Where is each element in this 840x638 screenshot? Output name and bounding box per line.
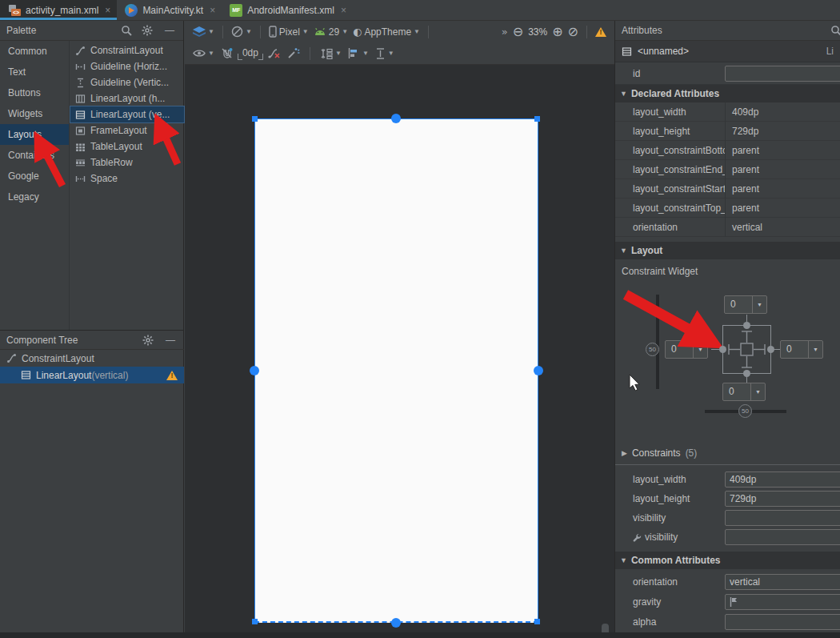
attr-row[interactable]: layout_constraintStart_parent [615,179,840,199]
constraint-anchor-bottom[interactable] [743,370,750,377]
visibility-input[interactable] [725,510,840,526]
tree-item-linearlayout-vertical[interactable]: LinearLayout(vertical) ! [0,367,184,383]
category-containers[interactable]: Containers [0,145,69,166]
more-actions-icon[interactable]: » [502,26,508,38]
alpha-input[interactable] [725,614,840,630]
handle-bottom-left[interactable] [252,619,258,624]
search-icon[interactable] [830,25,840,36]
id-input[interactable] [725,66,840,82]
vertical-bias-slider[interactable] [656,295,659,389]
orientation-icon [231,26,243,38]
tab-mainactivity-kt[interactable]: MainActivity.kt × [117,0,222,20]
align-button[interactable]: ▼ [348,48,369,58]
view-options-button[interactable]: ▼ [193,49,214,58]
layout-height-input[interactable]: 729dp [725,491,840,507]
design-surface: ▼ ▼ Pixel ▼ 29 ▼ ◐ AppTheme ▼ [185,21,614,638]
orientation-input[interactable]: vertical [725,574,840,590]
palette-item-tablerow[interactable]: TableRow [70,154,184,171]
zoom-in-icon[interactable]: ⊕ [552,24,562,39]
tablelayout-icon [75,142,86,152]
api-level-button[interactable]: 29 ▼ [314,26,348,38]
tab-androidmanifest-xml[interactable]: MF AndroidManifest.xml × [222,0,353,20]
close-icon[interactable]: × [105,5,110,16]
margin-right-combo[interactable]: 0▼ [780,340,823,359]
gear-icon[interactable] [142,25,156,36]
handle-top-left[interactable] [252,116,258,122]
framelayout-icon [75,126,86,136]
attr-row[interactable]: layout_width409dp [615,102,840,122]
palette-item-framelayout[interactable]: FrameLayout [70,122,184,138]
attr-row[interactable]: layout_height729dp [615,122,840,141]
issues-warning-icon[interactable]: ! [595,27,606,37]
attr-row[interactable]: orientationvertical [615,218,840,237]
gravity-input[interactable] [725,594,840,610]
clear-constraints-button[interactable] [268,47,281,59]
palette-item-linearlayout-horizontal[interactable]: LinearLayout (h... [70,90,184,106]
category-google[interactable]: Google [0,166,69,187]
tree-item-constraintlayout[interactable]: ConstraintLayout [0,350,184,367]
close-icon[interactable]: × [210,5,215,16]
design-canvas[interactable] [185,65,614,638]
vertical-bias-value[interactable]: 50 [646,343,659,356]
component-tree-panel: Component Tree — ConstraintLayout Linear… [0,330,184,383]
anchor-left[interactable] [250,366,259,375]
margin-left-combo[interactable]: 0▼ [665,340,708,359]
anchor-bottom[interactable] [391,618,401,628]
attr-row[interactable]: layout_constraintBottoparent [615,141,840,160]
layout-section[interactable]: ▼ Layout [615,242,840,259]
anchor-top[interactable] [391,114,401,123]
layout-width-row: layout_width 409dp [615,470,840,489]
pack-button[interactable]: ▼ [320,48,342,59]
autoconnect-off-button[interactable] [221,47,233,59]
category-buttons[interactable]: Buttons [0,82,69,103]
zoom-to-fit-icon[interactable]: ⊘ [568,24,578,39]
attr-row[interactable]: layout_constraintEnd_tparent [615,160,840,179]
common-attributes-section[interactable]: ▼ Common Attributes [615,552,840,569]
palette-item-constraintlayout[interactable]: ConstraintLayout [70,42,184,58]
palette-body: Common Text Buttons Widgets Layouts Cont… [0,41,184,330]
palette-item-linearlayout-vertical[interactable]: LinearLayout (ve... [70,106,184,122]
handle-bottom-right[interactable] [534,619,540,624]
margin-bottom-combo[interactable]: 0▼ [722,383,766,401]
palette-item-tablelayout[interactable]: TableLayout [70,138,184,154]
palette-item-guideline-vertical[interactable]: Guideline (Vertic... [70,74,184,90]
margin-top-combo[interactable]: 0▼ [724,295,767,314]
category-text[interactable]: Text [0,62,69,82]
device-button[interactable]: Pixel ▼ [269,26,309,38]
tab-activity-main-xml[interactable]: <> activity_main.xml × [0,0,117,20]
zoom-out-icon[interactable]: ⊖ [513,24,523,39]
palette-item-guideline-horizontal[interactable]: Guideline (Horiz... [70,58,184,74]
pack-icon [320,48,333,59]
handle-top-right[interactable] [534,116,540,122]
search-icon[interactable] [121,25,135,36]
artboard-linearlayout[interactable] [254,118,538,623]
default-margin-button[interactable]: 0dp [239,46,262,60]
constraint-anchor-right[interactable] [767,346,774,353]
close-icon[interactable]: × [341,5,346,16]
category-common[interactable]: Common [0,41,69,62]
design-mode-button[interactable]: ▼ [193,26,214,38]
horizontal-bias-value[interactable]: 50 [738,404,752,418]
category-layouts[interactable]: Layouts [0,124,69,145]
magnet-off-icon [221,47,233,59]
minimize-icon[interactable]: — [162,25,177,36]
tools-visibility-input[interactable] [725,529,840,545]
declared-attributes-section[interactable]: ▼ Declared Attributes [615,85,840,102]
tablerow-icon [75,158,86,168]
orientation-button[interactable]: ▼ [231,26,252,38]
attr-row[interactable]: layout_constraintTop_tparent [615,199,840,218]
distribute-button[interactable]: ▼ [375,48,394,59]
gear-icon[interactable] [142,335,157,346]
palette-item-space[interactable]: Space [70,171,184,187]
constraint-anchor-top[interactable] [743,322,750,329]
category-widgets[interactable]: Widgets [0,103,69,124]
constraints-group[interactable]: ▶ Constraints (5) [615,443,840,463]
category-legacy[interactable]: Legacy [0,187,69,207]
warning-icon: ! [166,371,178,380]
minimize-icon[interactable]: — [163,335,178,346]
anchor-right[interactable] [534,366,543,375]
constraint-anchor-left[interactable] [719,346,726,353]
infer-constraints-button[interactable] [287,47,300,59]
theme-button[interactable]: ◐ AppTheme ▼ [353,26,420,38]
layout-width-input[interactable]: 409dp [725,471,840,488]
